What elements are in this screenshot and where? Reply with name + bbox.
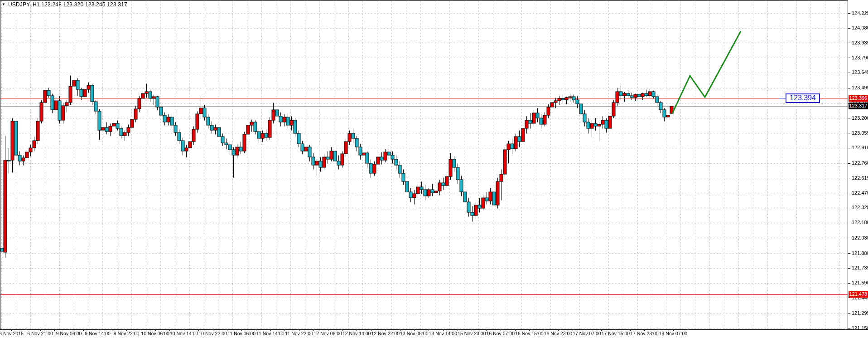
price-tick-label: 122.910 — [852, 145, 868, 150]
price-tick-label: 122.760 — [852, 160, 868, 166]
price-tick-label: 122.470 — [852, 190, 868, 196]
time-axis-label: 16 Nov 07:00 — [487, 331, 515, 336]
price-tick-label: 121.880 — [852, 250, 868, 256]
time-axis-label: 10 Nov 14:00 — [170, 331, 198, 336]
price-tick-label: 122.180 — [852, 220, 868, 225]
price-badge-bid: 123.317 — [849, 103, 868, 109]
time-axis-label: 16 Nov 23:00 — [544, 331, 572, 336]
price-tick-label: 123.645 — [852, 69, 868, 75]
chart-title: USDJPY.,H1 123.248 123.320 123.245 123.3… — [8, 1, 127, 8]
time-axis-label: 18 Nov 07:00 — [659, 331, 687, 336]
price-tick-label: 121.735 — [852, 265, 868, 270]
time-axis-label: 16 Nov 15:00 — [515, 331, 543, 336]
time-axis-label: 12 Nov 14:00 — [342, 331, 371, 336]
chart-title-bar: ▼ USDJPY.,H1 123.248 123.320 123.245 123… — [2, 1, 127, 8]
time-axis-label: 17 Nov 15:00 — [602, 331, 630, 336]
time-axis-label: 9 Nov 14:00 — [85, 331, 111, 336]
candlestick-chart-canvas[interactable] — [0, 0, 868, 338]
time-axis-label: 15 Nov 23:00 — [458, 331, 486, 336]
price-tick-label: 122.615 — [852, 175, 868, 181]
time-axis-label: 9 Nov 22:00 — [114, 331, 140, 336]
price-tick-label: 123.200 — [852, 115, 868, 121]
price-label-pointer — [779, 98, 786, 98]
price-badge-resistance: 123.396 — [849, 95, 868, 102]
time-axis-label: 12 Nov 06:00 — [313, 331, 342, 336]
price-tick-label: 123.790 — [852, 55, 868, 60]
time-axis-label: 10 Nov 06:00 — [141, 331, 169, 336]
price-label-box[interactable]: 123.394 — [786, 93, 820, 103]
time-axis-label: 17 Nov 23:00 — [630, 331, 658, 336]
time-axis-label: 9 Nov 06:00 — [56, 331, 82, 336]
price-tick-label: 124.225 — [852, 10, 868, 16]
price-tick-label: 124.080 — [852, 25, 868, 30]
price-tick-label: 123.055 — [852, 130, 868, 136]
price-tick-label: 121.150 — [852, 325, 868, 331]
price-badge-support: 121.478 — [849, 291, 868, 298]
time-axis-label: 11 Nov 06:00 — [227, 331, 256, 336]
time-axis-label: 11 Nov 14:00 — [256, 331, 285, 336]
price-tick-label: 123.495 — [852, 85, 868, 90]
time-axis-label: 6 Nov 21:00 — [27, 331, 53, 336]
price-tick-label: 123.935 — [852, 40, 868, 45]
symbol-dropdown-icon[interactable]: ▼ — [2, 3, 5, 6]
price-tick-label: 121.295 — [852, 310, 868, 316]
price-tick-label: 121.590 — [852, 280, 868, 285]
price-tick-label: 122.030 — [852, 235, 868, 240]
time-axis-label: 17 Nov 07:00 — [573, 331, 601, 336]
chart-window: ▼ USDJPY.,H1 123.248 123.320 123.245 123… — [0, 0, 868, 338]
time-axis-label: 10 Nov 22:00 — [198, 331, 227, 336]
time-axis-label: 13 Nov 14:00 — [429, 331, 457, 336]
time-axis-label: 13 Nov 06:00 — [400, 331, 428, 336]
time-axis-label: 11 Nov 22:00 — [285, 331, 313, 336]
time-axis-label: 12 Nov 22:00 — [371, 331, 400, 336]
time-axis-label: 6 Nov 2015 — [0, 331, 24, 336]
price-tick-label: 122.325 — [852, 205, 868, 210]
